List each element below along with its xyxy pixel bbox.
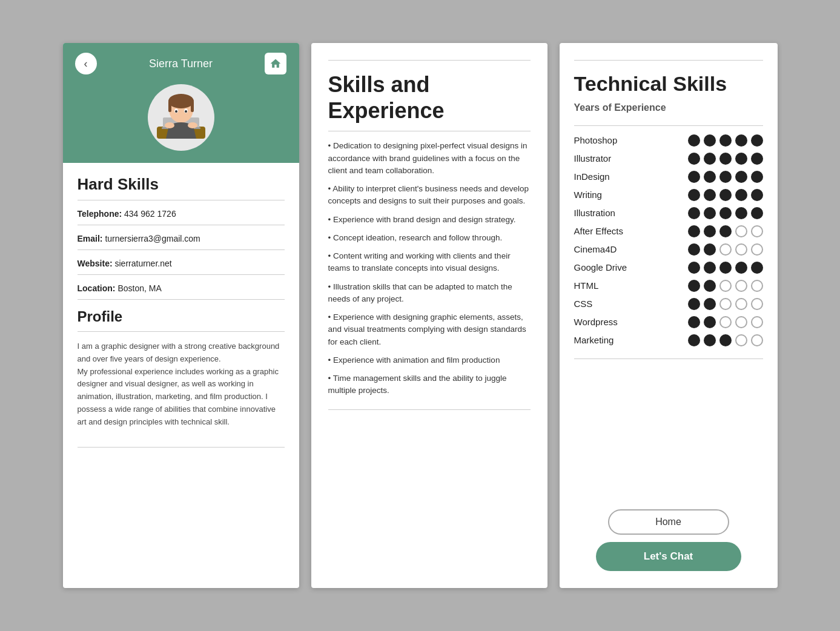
bottom-divider-3 bbox=[574, 358, 763, 359]
skill-bullet: Experience with animation and film produ… bbox=[328, 354, 531, 366]
svg-point-9 bbox=[175, 110, 177, 113]
divider-5 bbox=[78, 299, 285, 300]
card-header: ‹ Sierra Turner bbox=[63, 43, 299, 84]
skill-name: HTML bbox=[574, 280, 647, 291]
skill-row: Cinema4D bbox=[574, 243, 763, 256]
profile-name: Sierra Turner bbox=[149, 58, 213, 70]
dot-empty bbox=[735, 243, 747, 256]
dot-empty bbox=[735, 316, 747, 328]
dot-empty bbox=[751, 316, 763, 328]
skill-dots bbox=[688, 134, 763, 147]
hard-skills-title: Hard Skills bbox=[78, 175, 285, 194]
dot-filled bbox=[688, 207, 700, 219]
dot-filled bbox=[704, 189, 716, 201]
dot-filled bbox=[688, 243, 700, 256]
lets-chat-button[interactable]: Let's Chat bbox=[596, 542, 741, 571]
dot-filled bbox=[704, 153, 716, 165]
avatar-section bbox=[63, 84, 299, 163]
skill-name: InDesign bbox=[574, 171, 647, 182]
home-icon bbox=[270, 58, 282, 70]
location-info: Location: Boston, MA bbox=[78, 283, 285, 293]
skill-name: Marketing bbox=[574, 335, 647, 345]
dot-filled bbox=[688, 298, 700, 310]
action-buttons: Home Let's Chat bbox=[574, 497, 763, 571]
svg-rect-5 bbox=[168, 101, 171, 112]
dot-filled bbox=[704, 243, 716, 256]
dot-filled bbox=[751, 171, 763, 183]
dot-filled bbox=[688, 171, 700, 183]
technical-skills-card: Technical Skills Years of Experience Pho… bbox=[560, 43, 778, 588]
skill-name: After Effects bbox=[574, 226, 647, 236]
skills-experience-card: Skills and Experience Dedication to desi… bbox=[311, 43, 547, 588]
dot-filled bbox=[688, 262, 700, 274]
skill-dots bbox=[688, 171, 763, 183]
skill-dots bbox=[688, 243, 763, 256]
dot-filled bbox=[735, 262, 747, 274]
divider-2 bbox=[78, 225, 285, 225]
dot-filled bbox=[751, 134, 763, 147]
dot-filled bbox=[704, 298, 716, 310]
skill-dots bbox=[688, 262, 763, 274]
skill-row: Photoshop bbox=[574, 134, 763, 147]
dot-filled bbox=[704, 134, 716, 147]
dot-filled bbox=[719, 207, 732, 219]
skills-rows: PhotoshopIllustratorInDesignWritingIllus… bbox=[574, 134, 763, 352]
dot-empty bbox=[751, 225, 763, 237]
skills-list: Dedication to designing pixel-perfect vi… bbox=[328, 140, 531, 397]
divider-4 bbox=[78, 274, 285, 275]
telephone-info: Telephone: 434 962 1726 bbox=[78, 209, 285, 219]
skill-row: After Effects bbox=[574, 225, 763, 237]
dot-filled bbox=[735, 189, 747, 201]
top-divider-3 bbox=[574, 60, 763, 61]
skill-row: InDesign bbox=[574, 171, 763, 183]
skill-bullet: Time management skills and the ability t… bbox=[328, 372, 531, 397]
dot-empty bbox=[735, 334, 747, 346]
skill-bullet: Concept ideation, research and follow th… bbox=[328, 232, 531, 244]
dot-filled bbox=[719, 171, 732, 183]
dot-filled bbox=[719, 134, 732, 147]
profile-card: ‹ Sierra Turner bbox=[63, 43, 299, 588]
home-icon-button[interactable] bbox=[265, 53, 286, 74]
dot-empty bbox=[751, 280, 763, 292]
skill-dots bbox=[688, 207, 763, 219]
skill-name: Illustrator bbox=[574, 153, 647, 164]
svg-rect-6 bbox=[191, 101, 194, 112]
dot-filled bbox=[735, 134, 747, 147]
dot-filled bbox=[719, 153, 732, 165]
dot-filled bbox=[688, 134, 700, 147]
back-button[interactable]: ‹ bbox=[75, 53, 97, 74]
skill-bullet: Experience with brand design and design … bbox=[328, 214, 531, 226]
skills-experience-title: Skills and Experience bbox=[328, 71, 531, 124]
dot-empty bbox=[751, 298, 763, 310]
dot-filled bbox=[735, 207, 747, 219]
skill-row: Writing bbox=[574, 189, 763, 201]
skill-row: HTML bbox=[574, 280, 763, 292]
dot-empty bbox=[719, 243, 732, 256]
svg-point-4 bbox=[168, 94, 194, 108]
dot-filled bbox=[688, 316, 700, 328]
skill-name: Illustration bbox=[574, 208, 647, 218]
dot-empty bbox=[735, 225, 747, 237]
skills-divider bbox=[328, 131, 531, 131]
dot-empty bbox=[751, 334, 763, 346]
profile-text: I am a graphic designer with a strong cr… bbox=[78, 340, 285, 429]
dot-filled bbox=[735, 153, 747, 165]
avatar bbox=[148, 84, 214, 151]
skill-dots bbox=[688, 298, 763, 310]
dot-filled bbox=[704, 280, 716, 292]
home-button[interactable]: Home bbox=[608, 509, 729, 535]
card-body: Hard Skills Telephone: 434 962 1726 Emai… bbox=[63, 163, 299, 468]
dot-filled bbox=[751, 153, 763, 165]
dot-empty bbox=[751, 243, 763, 256]
skill-dots bbox=[688, 334, 763, 346]
email-info: Email: turnersierra3@gmail.com bbox=[78, 234, 285, 243]
divider-1 bbox=[78, 200, 285, 200]
cards-container: ‹ Sierra Turner bbox=[63, 43, 778, 588]
dot-empty bbox=[719, 298, 732, 310]
dot-empty bbox=[719, 280, 732, 292]
website-info: Website: sierraturner.net bbox=[78, 259, 285, 268]
dot-filled bbox=[751, 189, 763, 201]
dot-filled bbox=[719, 334, 732, 346]
skill-dots bbox=[688, 189, 763, 201]
skill-row: Wordpress bbox=[574, 316, 763, 328]
